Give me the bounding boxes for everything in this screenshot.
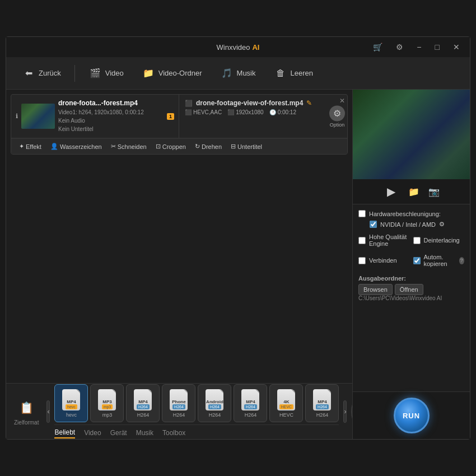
format-card-icon-0: MP4hevc [62,389,80,410]
edit-icon[interactable]: ✎ [306,99,312,107]
tab-video[interactable]: Video [84,427,101,438]
format-badge-bottom-3: H264 [172,404,185,409]
format-badge-bottom-6: HEVC [279,404,293,409]
format-card-1[interactable]: MP3mp3mp3 [90,384,124,422]
tab-toolbox[interactable]: Toolbox [162,427,185,438]
tab-beliebt[interactable]: Beliebt [54,427,75,438]
output-label: Ausgabeordner: [358,275,464,282]
hardware-label: Hardwarebeschleunigung: [369,211,441,217]
format-card-4[interactable]: AndroidH264H264 [198,384,231,422]
close-button[interactable]: ✕ [450,41,463,53]
option-gear-icon: ⚙ [329,105,345,121]
edit-toolbar: ✦ Effekt 👤 Wasserzeichen ✂ Schneiden ⊡ C… [11,138,347,154]
deinterlacing-row: Deinterlacing [413,234,465,247]
hardware-row: Hardwarebeschleunigung: [358,210,464,217]
cart-button[interactable]: 🛒 [370,41,386,53]
format-card-7[interactable]: MP4H264H264 [305,384,339,422]
format-next-button[interactable]: › [343,400,347,423]
deinterlacing-checkbox[interactable] [413,237,421,244]
folder-button[interactable]: 📁 [408,186,419,197]
untertitel-button[interactable]: ⊟ Untertitel [227,141,265,152]
effekt-button[interactable]: ✦ Effekt [16,141,45,152]
play-button[interactable]: ▶ [384,184,399,199]
autom-kopieren-label: Autom. kopieren [424,254,456,267]
video-folder-button[interactable]: 📁 Video-Ordner [135,63,209,83]
title-bar-center: Winxvideo AI [217,43,260,52]
clear-button[interactable]: 🗑 Leeren [267,63,320,83]
settings-button[interactable]: ⚙ [393,41,407,53]
maximize-button[interactable]: □ [432,41,443,53]
schneiden-button[interactable]: ✂ Schneiden [108,141,150,152]
snapshot-button[interactable]: 📷 [428,186,440,197]
format-badge-bottom-5: H264 [244,404,257,409]
video-button[interactable]: 🎬 Video [82,63,130,83]
hardware-checkbox[interactable] [358,210,366,217]
file-item-close-button[interactable]: ✕ [339,97,345,105]
title-bar-right: 🛒 ⚙ − □ ✕ [259,41,463,53]
file-name: drone-foota...-forest.mp4 [58,99,164,107]
format-badge-top-6: 4K [283,400,289,404]
music-button[interactable]: 🎵 Musik [213,63,263,83]
verbinden-checkbox[interactable] [358,257,366,264]
effekt-icon: ✦ [19,143,24,150]
back-button[interactable]: ⬅ Zurück [15,63,68,83]
file-item: ✕ ℹ drone-foota...-forest.mp4 Video1: h2… [11,95,347,138]
title-bar: Winxvideo AI 🛒 ⚙ − □ ✕ [6,37,470,57]
clear-icon: 🗑 [274,67,287,80]
resolution-value: 1920x1080 [236,109,264,115]
format-card-0[interactable]: MP4hevchevc [54,384,88,422]
browse-button[interactable]: Browsen [358,284,393,295]
help-icon[interactable]: ? [459,257,464,264]
untertitel-icon: ⊟ [231,143,236,150]
croppen-button[interactable]: ⊡ Croppen [152,141,189,152]
preview-area [353,90,470,179]
format-card-icon-1: MP3mp3 [98,389,116,410]
wasserzeichen-button[interactable]: 👤 Wasserzeichen [47,141,105,152]
codec-icon: ⬛ [185,100,193,107]
tab-musik[interactable]: Musik [136,427,153,438]
file-thumbnail [21,104,55,129]
tab-gerat[interactable]: Gerät [110,427,127,438]
format-badge-bottom-2: H264 [137,404,150,409]
format-badge-bottom-1: mp3 [102,404,113,409]
format-card-5[interactable]: MP4H264H264 [234,384,267,422]
format-card-3[interactable]: PhoneH264H264 [162,384,195,422]
file-meta-audio: Kein Audio [58,116,164,125]
schneiden-label: Schneiden [118,143,147,150]
autom-kopieren-checkbox[interactable] [413,257,421,264]
clock-icon: 🕐 [269,109,276,115]
zielformat-button[interactable]: 📋 Zielformat [11,394,42,429]
music-label: Musik [237,69,256,77]
format-card-2[interactable]: MP4H264H264 [126,384,160,422]
hohe-qualitat-checkbox[interactable] [358,237,366,244]
file-info: drone-foota...-forest.mp4 Video1: h264, … [58,99,164,133]
drehen-label: Drehen [202,143,222,150]
hohe-qualitat-label: Hohe Qualität Engine [369,234,410,247]
nvidia-checkbox[interactable] [370,221,377,228]
option-button[interactable]: ⚙ Option [329,105,345,127]
format-card-6[interactable]: 4KHEVCHEVC [269,384,303,422]
preview-controls: ▶ 📁 📷 [353,179,470,204]
file-dest-meta: ⬛ HEVC,AAC ⬛ 1920x1080 🕐 0:00:12 [185,109,332,115]
format-card-name-4: H264 [209,412,221,418]
format-prev-button[interactable]: ‹ [46,400,50,423]
format-tabs: MP4hevchevcMP3mp3mp3MP4H264H264PhoneH264… [54,382,339,439]
minimize-button[interactable]: − [413,41,424,53]
run-button[interactable]: RUN [394,398,430,433]
format-card-name-2: H264 [137,412,150,418]
codec-label-icon: ⬛ [185,109,192,115]
nvidia-gear-icon[interactable]: ⚙ [439,221,445,228]
schneiden-icon: ✂ [111,143,116,150]
video-folder-label: Video-Ordner [158,69,202,77]
file-meta-format: Video1: h264, 1920x1080, 0:00:12 [58,108,164,116]
video-folder-icon: 📁 [142,67,155,80]
wasserzeichen-label: Wasserzeichen [60,143,102,150]
format-badge-bottom-7: H264 [316,404,329,409]
format-card-name-3: H264 [173,412,185,418]
toolbar: ⬅ Zurück 🎬 Video 📁 Video-Ordner 🎵 Musik … [6,57,470,90]
drehen-button[interactable]: ↻ Drehen [192,141,225,152]
main-content: ✕ ℹ drone-foota...-forest.mp4 Video1: h2… [6,90,470,439]
open-button[interactable]: Öffnen [395,284,423,295]
left-panel: ✕ ℹ drone-foota...-forest.mp4 Video1: h2… [6,90,352,439]
resolution-icon: ⬛ [227,109,234,115]
